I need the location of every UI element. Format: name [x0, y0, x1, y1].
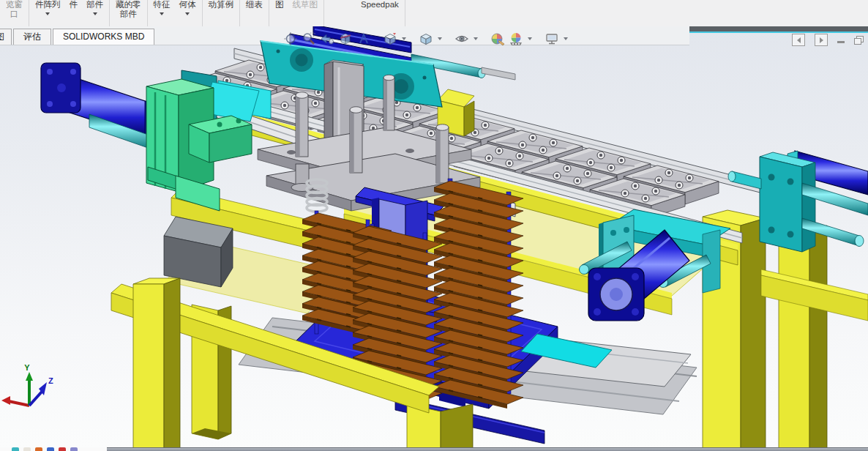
command-manager-ribbon: 览窗 口 件阵列 件 部件 藏的零 部件 特征: [0, 0, 868, 27]
dropdown-caret-icon[interactable]: [402, 37, 406, 40]
copper-plate-stack-right[interactable]: [434, 179, 523, 409]
ribbon-item-reference-geometry[interactable]: 何体: [175, 0, 201, 26]
dropdown-caret-icon[interactable]: [474, 37, 478, 40]
zoom-to-fit-icon[interactable]: [283, 31, 299, 47]
dropdown-caret-icon: [185, 12, 190, 15]
graphics-viewport[interactable]: 图 评估 SOLIDWORKS MBD: [0, 26, 868, 447]
collapse-left-icon[interactable]: [792, 34, 805, 46]
annotations-icon[interactable]: [356, 31, 372, 47]
ribbon-item-motion-study[interactable]: 动算例: [204, 0, 239, 26]
reference-triad[interactable]: Y Z: [1, 363, 53, 406]
dropdown-caret-icon[interactable]: [528, 37, 532, 40]
ribbon-group: 件阵列 件 部件: [29, 0, 110, 26]
left-pneumatic-assembly[interactable]: [41, 63, 259, 211]
triad-z-label: Z: [48, 376, 53, 385]
previous-view-icon[interactable]: [319, 31, 335, 47]
ribbon-item-insert-component[interactable]: 件: [65, 0, 83, 26]
taskbar-icons-partial[interactable]: [0, 447, 107, 451]
ribbon-group: 动算例: [203, 0, 241, 26]
ribbon-item-show-hidden-components[interactable]: 藏的零 部件: [111, 0, 146, 26]
display-style-icon[interactable]: [418, 31, 434, 47]
ribbon-item-exploded-view[interactable]: 图: [271, 0, 288, 26]
view-orientation-icon[interactable]: [382, 31, 398, 47]
view-settings-icon[interactable]: [544, 31, 560, 47]
ribbon-item-assembly-features[interactable]: 特征: [149, 0, 175, 26]
document-window-controls: [792, 34, 864, 46]
ribbon-group: 藏的零 部件: [110, 0, 148, 26]
hide-show-items-icon[interactable]: [454, 31, 470, 47]
ribbon-group: 特征 何体: [148, 0, 203, 26]
ribbon-group: Speedpak: [355, 0, 405, 26]
minimize-icon[interactable]: [837, 41, 845, 43]
heads-up-view-toolbar: [283, 31, 569, 47]
solidworks-window: 览窗 口 件阵列 件 部件 藏的零 部件 特征: [0, 0, 868, 451]
dropdown-caret-icon[interactable]: [564, 37, 568, 40]
section-view-icon[interactable]: [337, 31, 353, 47]
apply-scene-icon[interactable]: [508, 31, 524, 47]
restore-icon[interactable]: [854, 36, 864, 45]
taskbar-sliver: [0, 447, 868, 451]
ribbon-group: 细表: [240, 0, 269, 26]
ribbon-item-explode-line-sketch: 线草图: [288, 0, 323, 26]
zoom-to-area-icon[interactable]: [301, 31, 317, 47]
gray-support-wedge[interactable]: [164, 217, 233, 287]
cad-model-canvas[interactable]: Y Z: [0, 26, 868, 447]
dropdown-caret-icon[interactable]: [438, 37, 442, 40]
collapse-right-icon[interactable]: [815, 34, 828, 46]
ribbon-group: 图 线草图: [269, 0, 324, 26]
ribbon-item-bill-of-materials[interactable]: 细表: [242, 0, 267, 26]
triad-y-label: Y: [24, 363, 30, 372]
ribbon-group: 览窗 口: [0, 0, 29, 26]
ribbon-item-speedpak[interactable]: Speedpak: [356, 0, 403, 26]
statusbar-edge: [107, 447, 868, 451]
dropdown-caret-icon: [45, 12, 50, 15]
ribbon-item-move-component[interactable]: 部件: [82, 0, 108, 26]
dropdown-caret-icon: [93, 12, 97, 15]
ribbon-item-preview-window[interactable]: 览窗 口: [1, 0, 27, 26]
edit-appearance-icon[interactable]: [490, 31, 506, 47]
dropdown-caret-icon: [160, 12, 164, 15]
ribbon-item-component-pattern[interactable]: 件阵列: [31, 0, 65, 26]
